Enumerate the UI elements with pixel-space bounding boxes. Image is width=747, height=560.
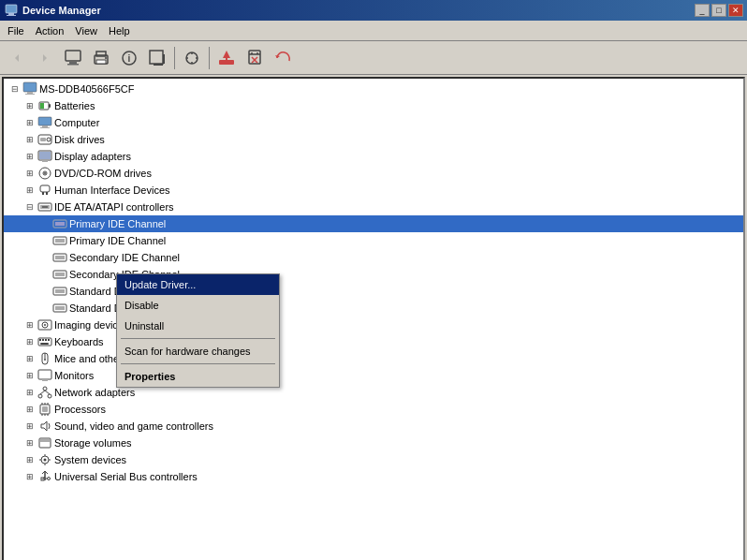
print-button[interactable] (88, 45, 114, 71)
svg-rect-32 (38, 117, 51, 125)
svg-rect-89 (40, 439, 50, 442)
root-label: MS-DDB40566F5CF (39, 83, 134, 95)
secondary-ide-2-icon (52, 267, 67, 282)
computer-icon (22, 81, 37, 96)
ctx-properties[interactable]: Properties (117, 366, 279, 387)
tree-standard-dual-1[interactable]: Standard Dual Channel PCI IDE Controller (4, 283, 743, 300)
tree-storage-volumes[interactable]: ⊞ Storage volumes (4, 435, 743, 451)
tree-primary-ide-2[interactable]: Primary IDE Channel (4, 232, 743, 249)
tree-hid[interactable]: ⊞ Human Interface Devices (4, 182, 743, 199)
svg-rect-5 (67, 64, 79, 66)
ctx-uninstall[interactable]: Uninstall (117, 316, 279, 336)
tree-monitors[interactable]: ⊞ Monitors (4, 367, 743, 384)
monitors-expand[interactable]: ⊞ (22, 368, 37, 383)
display-expand[interactable]: ⊞ (22, 149, 37, 164)
ide-collapse-btn[interactable]: ⊟ (22, 199, 37, 214)
svg-rect-26 (23, 82, 37, 92)
dvd-expand[interactable]: ⊞ (22, 166, 37, 181)
tree-secondary-ide-1[interactable]: Secondary IDE Channel (4, 249, 743, 266)
svg-point-76 (38, 394, 42, 398)
usb-controllers-icon (37, 469, 52, 484)
minimize-btn[interactable]: _ (695, 4, 710, 17)
sound-label: Sound, video and game controllers (54, 420, 213, 432)
svg-rect-1 (8, 13, 14, 15)
tree-ide-controllers[interactable]: ⊟ IDE ATA/ATAPI controllers (4, 199, 743, 215)
batteries-expand[interactable]: ⊞ (22, 98, 37, 113)
svg-rect-40 (42, 160, 48, 162)
system-devices-label: System devices (54, 454, 126, 465)
imaging-expand[interactable]: ⊞ (22, 317, 37, 332)
maximize-btn[interactable]: □ (711, 4, 726, 17)
tree-dvd-drives[interactable]: ⊞ DVD/CD-ROM drives (4, 165, 743, 182)
menu-help[interactable]: Help (103, 23, 136, 38)
tree-mice[interactable]: ⊞ Mice and other pointing devices (4, 350, 743, 367)
tree-usb-controllers[interactable]: ⊞ Universal Serial Bus controllers (4, 468, 743, 485)
menu-view[interactable]: View (69, 23, 103, 38)
ctx-disable[interactable]: Disable (117, 295, 279, 316)
tree-primary-ide-1[interactable]: Primary IDE Channel (4, 215, 743, 232)
svg-rect-33 (42, 125, 48, 127)
ide-icon (37, 199, 52, 214)
scan-hardware-button[interactable] (179, 45, 205, 71)
computer-view-button[interactable] (60, 45, 86, 71)
svg-rect-81 (42, 406, 48, 412)
tree-standard-dual-2[interactable]: Standard Dual Channel PCI IDE Controller (4, 300, 743, 317)
ctx-scan-hardware[interactable]: Scan for hardware changes (117, 341, 279, 361)
keyboards-expand[interactable]: ⊞ (22, 334, 37, 349)
tree-root[interactable]: ⊟ MS-DDB40566F5CF (4, 81, 743, 97)
svg-rect-31 (40, 103, 44, 109)
system-expand[interactable]: ⊞ (22, 452, 37, 467)
svg-point-72 (44, 359, 46, 361)
menu-file[interactable]: File (2, 23, 30, 38)
processors-expand[interactable]: ⊞ (22, 402, 37, 417)
app-title: Device Manager (22, 5, 691, 16)
disk-expand[interactable]: ⊞ (22, 132, 37, 147)
back-button[interactable] (4, 45, 30, 71)
batteries-label: Batteries (54, 100, 95, 111)
storage-expand[interactable]: ⊞ (22, 435, 37, 450)
tree-batteries[interactable]: ⊞ Batteries (4, 97, 743, 114)
svg-rect-39 (39, 152, 51, 159)
svg-rect-3 (66, 51, 81, 61)
tree-imaging-devices[interactable]: ⊞ Imaging devices (4, 317, 743, 333)
tree-disk-drives[interactable]: ⊞ Disk drives (4, 131, 743, 148)
sound-expand[interactable]: ⊞ (22, 419, 37, 434)
computer-node-icon (37, 115, 52, 130)
svg-rect-27 (27, 92, 33, 94)
root-collapse-btn[interactable]: ⊟ (7, 81, 22, 96)
close-btn[interactable]: ✕ (728, 4, 743, 17)
tree-computer[interactable]: ⊞ Computer (4, 114, 743, 131)
computer-expand[interactable]: ⊞ (22, 115, 37, 130)
disk-drives-icon (37, 132, 52, 147)
properties-button[interactable]: i (116, 45, 142, 71)
svg-rect-34 (40, 127, 50, 128)
tree-sound[interactable]: ⊞ Sound, video and game controllers (4, 418, 743, 435)
mice-expand[interactable]: ⊞ (22, 351, 37, 366)
usb-expand[interactable]: ⊞ (22, 469, 37, 484)
tree-display-adapters[interactable]: ⊞ Display adapters (4, 148, 743, 165)
forward-button[interactable] (32, 45, 58, 71)
update-driver-button[interactable] (213, 45, 240, 71)
tree-system-devices[interactable]: ⊞ System devices (4, 451, 743, 468)
tree-processors[interactable]: ⊞ Processors (4, 401, 743, 418)
help-button[interactable] (144, 45, 170, 71)
window-controls[interactable]: _ □ ✕ (695, 4, 743, 17)
rollback-button[interactable] (270, 45, 296, 71)
network-expand[interactable]: ⊞ (22, 385, 37, 400)
svg-marker-17 (223, 51, 230, 58)
svg-rect-67 (42, 339, 44, 341)
storage-volumes-icon (37, 435, 52, 450)
tree-keyboards[interactable]: ⊞ Keyboards (4, 333, 743, 350)
hid-expand[interactable]: ⊞ (22, 183, 37, 198)
ctx-update-driver[interactable]: Update Driver... (117, 274, 279, 295)
dvd-drives-label: DVD/CD-ROM drives (54, 168, 152, 179)
tree-secondary-ide-2[interactable]: Secondary IDE Channel (4, 266, 743, 283)
uninstall-button[interactable] (242, 45, 268, 71)
mice-icon (37, 351, 52, 366)
svg-rect-46 (46, 192, 48, 195)
menu-action[interactable]: Action (30, 23, 70, 38)
secondary-ide-1-icon (52, 250, 67, 265)
svg-rect-37 (40, 138, 46, 141)
device-tree[interactable]: ⊟ MS-DDB40566F5CF ⊞ Batteries (4, 79, 743, 560)
tree-network-adapters[interactable]: ⊞ Network adapters (4, 384, 743, 401)
